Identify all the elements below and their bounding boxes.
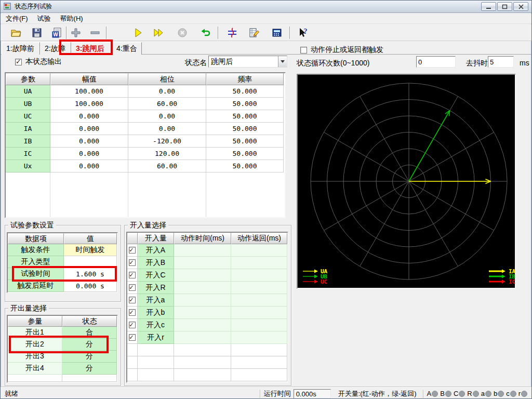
menu-help[interactable]: 帮助(H): [60, 14, 83, 23]
phase-cell[interactable]: 60.00: [128, 98, 206, 110]
export-word-button[interactable]: W: [50, 26, 64, 39]
input-row-checkbox[interactable]: [129, 284, 136, 291]
table-row: 试验时间1.600 s: [8, 268, 117, 280]
item-value[interactable]: 1.600 s: [64, 268, 117, 280]
save-button[interactable]: [30, 26, 44, 39]
frequency-cell[interactable]: 50.000: [206, 85, 284, 98]
state-output-checkbox[interactable]: [15, 59, 22, 65]
help-button[interactable]: ?: [296, 26, 310, 39]
col-header-checkbox: [127, 233, 138, 244]
minimize-button[interactable]: [481, 2, 496, 11]
switch-indicator: r: [518, 390, 527, 397]
output-name: 开出4: [8, 363, 62, 375]
phase-cell[interactable]: -120.00: [128, 135, 206, 148]
state-tabbar: 1:故障前 2:故障 3:跳闸后 4:重合: [1, 42, 531, 55]
tab-state4[interactable]: 4:重合: [112, 42, 142, 55]
act-time-cell: [174, 257, 231, 269]
item-label: 触发后延时: [8, 280, 64, 292]
runtime-label: 运行时间: [264, 389, 291, 398]
col-header-output-name: 参量: [8, 316, 62, 327]
tab-state3[interactable]: 3:跳闸后: [71, 42, 112, 55]
switch-dot-B: [445, 391, 451, 397]
act-return-cell: [231, 269, 287, 282]
phasor-plot: UAUBUCIAIBIC: [298, 75, 515, 288]
item-value[interactable]: 时间触发: [64, 244, 117, 256]
input-row-checkbox[interactable]: [129, 322, 136, 328]
toolbar-separator: [66, 26, 67, 39]
input-name: 开入B: [138, 257, 174, 269]
play-icon: [132, 27, 143, 38]
toolbar-separator: [106, 26, 107, 39]
frequency-cell[interactable]: 50.000: [206, 135, 284, 148]
trigger-on-stop-checkbox[interactable]: [300, 47, 307, 54]
amplitude-cell[interactable]: 100.000: [50, 98, 128, 110]
input-select-table: 开入量 动作时间(ms) 动作返回(ms) 开入A 开入B 开入C 开入R 开入…: [126, 232, 288, 383]
menu-test[interactable]: 试验: [37, 14, 51, 23]
frequency-cell[interactable]: 50.000: [206, 123, 284, 135]
param-label: UB: [6, 98, 50, 110]
phase-cell[interactable]: 60.00: [128, 160, 206, 172]
undo-button[interactable]: [198, 26, 212, 39]
frequency-cell[interactable]: 50.000: [206, 98, 284, 110]
output-state[interactable]: 合: [62, 327, 117, 339]
tab-state1[interactable]: 1:故障前: [2, 42, 40, 55]
frequency-cell[interactable]: 50.000: [206, 148, 284, 160]
state-name-combo[interactable]: 跳闸后: [208, 56, 287, 68]
run-button[interactable]: [130, 26, 145, 39]
stop-button[interactable]: [175, 26, 190, 39]
switch-dot-r: [521, 391, 527, 397]
menu-file[interactable]: 文件(F): [6, 14, 28, 23]
restore-button[interactable]: [497, 2, 512, 11]
item-label: 开入类型: [8, 256, 64, 268]
item-value[interactable]: 0.000 s: [64, 280, 117, 292]
amplitude-cell[interactable]: 0.000: [50, 148, 128, 160]
input-row-checkbox[interactable]: [129, 309, 136, 316]
frequency-cell[interactable]: 50.000: [206, 110, 284, 123]
debounce-input[interactable]: [488, 56, 514, 68]
output-state[interactable]: 分: [62, 351, 117, 363]
input-row-checkbox[interactable]: [129, 297, 136, 303]
phase-cell[interactable]: 0.00: [128, 85, 206, 98]
remove-state-button[interactable]: [88, 26, 102, 39]
calculator-button[interactable]: [270, 26, 284, 39]
param-label: UC: [6, 110, 50, 123]
amplitude-cell[interactable]: 0.000: [50, 123, 128, 135]
tab-state2[interactable]: 2:故障: [40, 42, 71, 55]
amplitude-cell[interactable]: 0.000: [50, 160, 128, 172]
amplitude-cell[interactable]: 100.000: [50, 85, 128, 98]
frequency-cell[interactable]: 50.000: [206, 160, 284, 172]
app-icon: [4, 3, 11, 10]
sync-wave-button[interactable]: [225, 26, 240, 39]
amplitude-cell[interactable]: 0.000: [50, 110, 128, 123]
col-header-param: 参数: [6, 73, 50, 85]
test-params-table: 数据项值 触发条件时间触发 开入类型 试验时间1.600 s 触发后延时0.00…: [7, 232, 118, 293]
close-button[interactable]: [513, 2, 528, 11]
switch-indicator: c: [506, 390, 516, 397]
act-time-cell: [174, 294, 231, 307]
input-row-checkbox[interactable]: [129, 247, 136, 254]
output-state[interactable]: 分: [62, 339, 117, 351]
input-row-checkbox[interactable]: [129, 272, 136, 278]
loop-count-label: 状态循环次数(0~1000): [297, 59, 369, 68]
table-empty-area: [6, 172, 285, 217]
item-value[interactable]: [64, 256, 117, 268]
statusbar-separator: [423, 390, 424, 398]
phase-cell[interactable]: 120.00: [128, 148, 206, 160]
open-button[interactable]: [9, 26, 23, 39]
phase-cell[interactable]: 0.00: [128, 123, 206, 135]
svg-text:W: W: [53, 32, 58, 37]
input-row-checkbox[interactable]: [129, 259, 136, 266]
input-row-checkbox[interactable]: [129, 334, 136, 341]
report-edit-button[interactable]: [247, 26, 261, 39]
loop-count-input[interactable]: [416, 56, 456, 68]
phase-cell[interactable]: 0.00: [128, 110, 206, 123]
run-continuous-button[interactable]: [151, 26, 166, 39]
save-icon: [31, 27, 43, 38]
output-state[interactable]: 分: [62, 363, 117, 375]
combo-dropdown-button[interactable]: [278, 56, 287, 67]
output-name: 开出3: [8, 351, 62, 363]
switch-dot-A: [432, 391, 438, 397]
add-state-button[interactable]: [69, 26, 83, 39]
amplitude-cell[interactable]: 0.000: [50, 135, 128, 148]
runtime-value: 0.000s: [294, 389, 331, 398]
